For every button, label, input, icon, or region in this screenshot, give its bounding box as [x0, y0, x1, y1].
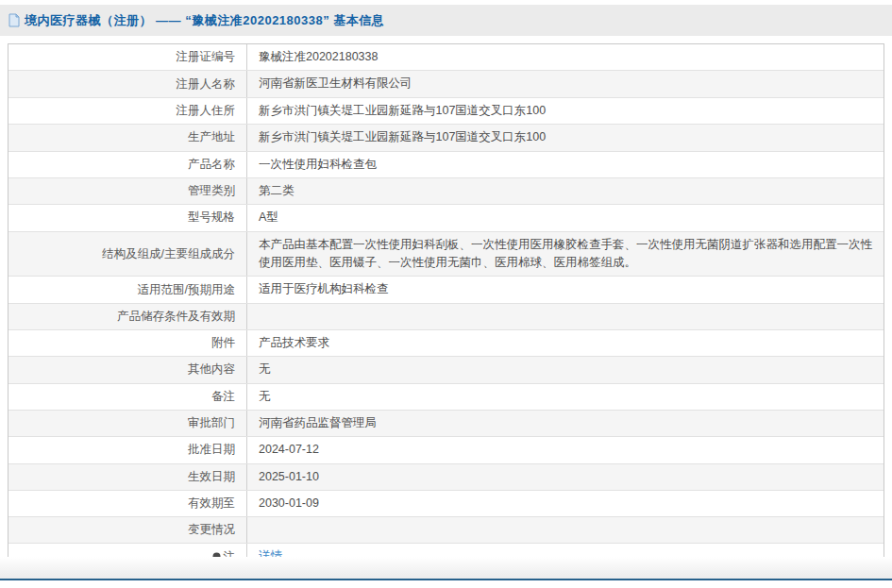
table-row: 产品名称 一次性使用妇科检查包	[8, 152, 884, 178]
table-row: 生产地址 新乡市洪门镇关堤工业园新延路与107国道交叉口东100	[8, 125, 884, 151]
table-row: 变更情况	[8, 517, 884, 544]
row-value: 无	[247, 384, 884, 410]
table-row: 备注 无	[8, 384, 884, 411]
footer-gradient	[0, 557, 892, 579]
row-label: 注册证编号	[8, 44, 247, 70]
page-title: 境内医疗器械（注册） —— “豫械注准20202180338” 基本信息	[25, 12, 384, 29]
table-row: 注册人名称 河南省新医卫生材料有限公司	[8, 71, 884, 97]
row-value: 第二类	[247, 178, 884, 204]
row-label: 适用范围/预期用途	[8, 277, 247, 302]
row-value: 新乡市洪门镇关堤工业园新延路与107国道交叉口东100	[247, 125, 884, 150]
row-value: 2024-07-12	[247, 437, 884, 462]
row-label: 生效日期	[8, 464, 247, 490]
row-value: 适用于医疗机构妇科检查	[247, 277, 884, 302]
table-row: 结构及组成/主要组成成分 本产品由基本配置一次性使用妇科刮板、一次性使用医用橡胶…	[8, 232, 884, 277]
row-label: 备注	[8, 384, 247, 410]
row-label: 变更情况	[8, 517, 247, 543]
row-label: 注册人住所	[8, 98, 247, 124]
table-row: 产品储存条件及有效期	[8, 304, 884, 330]
table-row: 管理类别 第二类	[8, 178, 884, 205]
table-row: 有效期至 2030-01-09	[8, 491, 884, 517]
table-row: 注册人住所 新乡市洪门镇关堤工业园新延路与107国道交叉口东100	[8, 98, 884, 125]
footer-divider	[0, 579, 892, 580]
row-value: 本产品由基本配置一次性使用妇科刮板、一次性使用医用橡胶检查手套、一次性使用无菌阴…	[247, 232, 884, 277]
row-label: 批准日期	[8, 437, 247, 462]
row-label: 结构及组成/主要组成成分	[8, 232, 247, 277]
row-value: 2030-01-09	[247, 491, 884, 516]
row-label: 审批部门	[8, 411, 247, 436]
row-value: 产品技术要求	[247, 330, 884, 356]
table-row: 批准日期 2024-07-12	[8, 437, 884, 463]
row-value: 一次性使用妇科检查包	[247, 152, 884, 177]
row-value: A型	[247, 205, 884, 230]
row-value	[247, 517, 884, 543]
row-label: 附件	[8, 330, 247, 356]
page: 境内医疗器械（注册） —— “豫械注准20202180338” 基本信息 注册证…	[0, 0, 892, 588]
row-value	[247, 304, 884, 329]
table-row: 适用范围/预期用途 适用于医疗机构妇科检查	[8, 277, 884, 303]
row-value: 2025-01-10	[247, 464, 884, 490]
row-label: 管理类别	[8, 178, 247, 204]
row-label: 产品名称	[8, 152, 247, 177]
table-row: 注册证编号 豫械注准20202180338	[8, 44, 884, 71]
row-label: 注册人名称	[8, 71, 247, 96]
table-row: 型号规格 A型	[8, 205, 884, 231]
row-label: 型号规格	[8, 205, 247, 230]
table-row: 其他内容 无	[8, 357, 884, 383]
row-label: 产品储存条件及有效期	[8, 304, 247, 329]
table-row: 生效日期 2025-01-10	[8, 464, 884, 491]
table-row: 附件 产品技术要求	[8, 330, 884, 357]
row-value: 河南省新医卫生材料有限公司	[247, 71, 884, 96]
row-value: 豫械注准20202180338	[247, 44, 884, 70]
row-value: 河南省药品监督管理局	[247, 411, 884, 436]
table-row: 审批部门 河南省药品监督管理局	[8, 411, 884, 437]
row-label: 生产地址	[8, 125, 247, 150]
info-table: 注册证编号 豫械注准20202180338 注册人名称 河南省新医卫生材料有限公…	[8, 43, 884, 571]
document-icon	[8, 13, 21, 27]
row-label: 其他内容	[8, 357, 247, 382]
row-value: 无	[247, 357, 884, 382]
row-label: 有效期至	[8, 491, 247, 516]
page-header: 境内医疗器械（注册） —— “豫械注准20202180338” 基本信息	[0, 5, 892, 36]
row-value: 新乡市洪门镇关堤工业园新延路与107国道交叉口东100	[247, 98, 884, 124]
